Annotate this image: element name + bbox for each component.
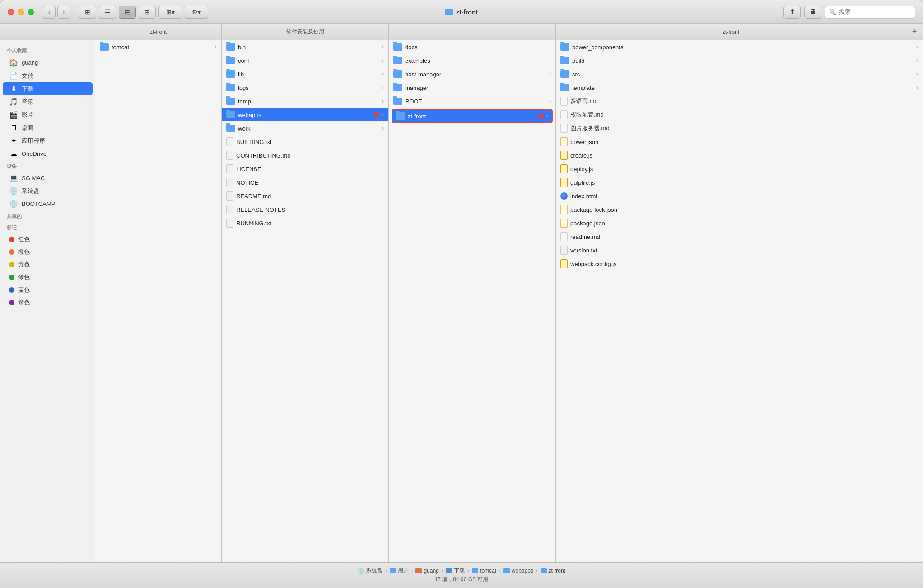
list-item[interactable]: LICENSE bbox=[222, 162, 388, 176]
sidebar-item-blue[interactable]: 蓝色 bbox=[3, 284, 93, 296]
breadcrumb-item-users[interactable]: 用户 bbox=[390, 567, 409, 574]
breadcrumb-item-tomcat[interactable]: tomcat bbox=[472, 568, 496, 574]
icon-view-button[interactable]: ⊞ bbox=[79, 6, 96, 19]
list-item[interactable]: logs › bbox=[222, 81, 388, 94]
red-dot-webapps bbox=[374, 112, 379, 117]
chevron-right-conf: › bbox=[382, 57, 384, 64]
list-item[interactable]: index.html bbox=[556, 189, 923, 203]
list-item[interactable]: examples › bbox=[389, 54, 555, 67]
breadcrumb-item-zt-front[interactable]: zt-front bbox=[541, 568, 565, 574]
list-item[interactable]: deploy.js bbox=[556, 162, 923, 176]
sidebar-item-purple[interactable]: 紫色 bbox=[3, 296, 93, 309]
sidebar-item-bootcamp[interactable]: 💿 BOOTCAMP bbox=[3, 197, 93, 210]
orange-tag-dot bbox=[9, 249, 14, 255]
list-item[interactable]: BUILDING.txt bbox=[222, 135, 388, 149]
group-button[interactable]: ⊞▾ bbox=[158, 6, 182, 19]
list-item[interactable]: create.js bbox=[556, 149, 923, 162]
list-item[interactable]: 图片服务器.md bbox=[556, 121, 923, 135]
column-view-button[interactable]: ⊟ bbox=[119, 6, 136, 19]
breadcrumb-item-sysdisk[interactable]: 💿 系统盘 bbox=[358, 567, 382, 574]
display-button[interactable]: 🖥 bbox=[804, 6, 821, 19]
sidebar-item-sgmac[interactable]: 💻 SG MAC bbox=[3, 172, 93, 184]
desktop-icon: 🖥 bbox=[9, 124, 18, 132]
sidebar-header bbox=[0, 24, 95, 40]
search-box[interactable]: 🔍 bbox=[825, 6, 915, 19]
sidebar-item-downloads[interactable]: ⬇ 下载 bbox=[3, 82, 93, 95]
list-item[interactable]: conf › bbox=[222, 54, 388, 67]
share-button[interactable]: ⬆ bbox=[783, 6, 801, 19]
list-item[interactable]: ROOT › bbox=[389, 94, 555, 108]
file-name-contributing: CONTRIBUTING.md bbox=[236, 152, 384, 159]
list-item[interactable]: 权限配置.md bbox=[556, 108, 923, 121]
list-item[interactable]: README.md bbox=[222, 189, 388, 203]
forward-button[interactable]: › bbox=[57, 6, 70, 19]
breadcrumb-item-downloads[interactable]: 下载 bbox=[446, 567, 465, 574]
shared-section-title: 共享的 bbox=[0, 210, 95, 222]
file-name-zt-front: zt-front bbox=[408, 113, 536, 120]
list-item[interactable]: package-lock.json bbox=[556, 203, 923, 216]
sidebar-item-documents[interactable]: 📄 文稿 bbox=[3, 69, 93, 82]
list-item[interactable]: 多语言.md bbox=[556, 94, 923, 108]
list-item[interactable]: tomcat › bbox=[95, 40, 221, 54]
maximize-button[interactable] bbox=[28, 9, 34, 15]
toolbar-right: ⬆ 🖥 🔍 bbox=[783, 6, 915, 19]
list-item[interactable]: CONTRIBUTING.md bbox=[222, 149, 388, 162]
action-menu-button[interactable]: ⚙▾ bbox=[185, 6, 208, 19]
sidebar-item-red[interactable]: 红色 bbox=[3, 233, 93, 246]
list-item[interactable]: temp › bbox=[222, 94, 388, 108]
list-item[interactable]: build › bbox=[556, 54, 923, 67]
list-item[interactable]: docs › bbox=[389, 40, 555, 54]
sidebar-item-apps[interactable]: ✦ 应用程序 bbox=[3, 134, 93, 147]
list-item[interactable]: webapps › bbox=[222, 108, 388, 121]
col-header-4: zt-front bbox=[556, 24, 906, 40]
bc-label-sysdisk: 系统盘 bbox=[366, 567, 382, 574]
folder-small-icon-webapps bbox=[503, 568, 510, 573]
sidebar-item-yellow[interactable]: 黄色 bbox=[3, 258, 93, 271]
add-column-button[interactable]: + bbox=[906, 24, 923, 40]
cloud-icon: ☁ bbox=[9, 149, 18, 158]
list-item[interactable]: readme.md bbox=[556, 230, 923, 243]
list-item[interactable]: lib › bbox=[222, 67, 388, 81]
list-item[interactable]: src › bbox=[556, 67, 923, 81]
list-item[interactable]: bower_components › bbox=[556, 40, 923, 54]
list-item[interactable]: zt-front › bbox=[389, 108, 555, 124]
list-item[interactable]: package.json bbox=[556, 216, 923, 230]
list-item[interactable]: bower.json bbox=[556, 135, 923, 149]
list-view-button[interactable]: ☰ bbox=[99, 6, 116, 19]
bc-label-zt-front: zt-front bbox=[549, 568, 565, 574]
file-name-conf: conf bbox=[238, 57, 379, 64]
sidebar-item-green[interactable]: 绿色 bbox=[3, 271, 93, 284]
file-name-examples: examples bbox=[405, 57, 546, 64]
list-item[interactable]: template › bbox=[556, 81, 923, 94]
list-item[interactable]: work › bbox=[222, 121, 388, 135]
breadcrumb-item-guang[interactable]: guang bbox=[415, 568, 438, 574]
sidebar-item-guang[interactable]: 🏠 guang bbox=[3, 56, 93, 69]
back-button[interactable]: ‹ bbox=[43, 6, 56, 19]
list-item[interactable]: bin › bbox=[222, 40, 388, 54]
sidebar-item-movies[interactable]: 🎬 影片 bbox=[3, 108, 93, 121]
list-item[interactable]: RUNNING.txt bbox=[222, 216, 388, 230]
list-item[interactable]: RELEASE-NOTES bbox=[222, 203, 388, 216]
list-item[interactable]: NOTICE bbox=[222, 176, 388, 189]
traffic-lights bbox=[8, 9, 34, 15]
folder-icon-src bbox=[560, 70, 569, 78]
chevron-right-bin: › bbox=[382, 44, 384, 50]
close-button[interactable] bbox=[8, 9, 14, 15]
sidebar-item-orange[interactable]: 橙色 bbox=[3, 246, 93, 258]
list-item[interactable]: manager › bbox=[389, 81, 555, 94]
list-item[interactable]: version.txt bbox=[556, 243, 923, 257]
breadcrumb-item-webapps[interactable]: webapps bbox=[503, 568, 533, 574]
sidebar-item-sysdisk[interactable]: 💿 系统盘 bbox=[3, 184, 93, 197]
file-icon-contributing bbox=[226, 151, 233, 160]
list-item[interactable]: gulpfile.js bbox=[556, 176, 923, 189]
list-item[interactable]: host-manager › bbox=[389, 67, 555, 81]
search-input[interactable] bbox=[839, 9, 915, 15]
sidebar-item-music[interactable]: 🎵 音乐 bbox=[3, 95, 93, 108]
blue-tag-dot bbox=[9, 287, 14, 293]
sidebar-item-desktop[interactable]: 🖥 桌面 bbox=[3, 121, 93, 134]
list-item[interactable]: webpack.config.js bbox=[556, 257, 923, 271]
drive-icon: 💻 bbox=[9, 174, 18, 182]
sidebar-item-onedrive[interactable]: ☁ OneDrive bbox=[3, 147, 93, 160]
gallery-view-button[interactable]: ⊞ bbox=[139, 6, 156, 19]
minimize-button[interactable] bbox=[18, 9, 24, 15]
